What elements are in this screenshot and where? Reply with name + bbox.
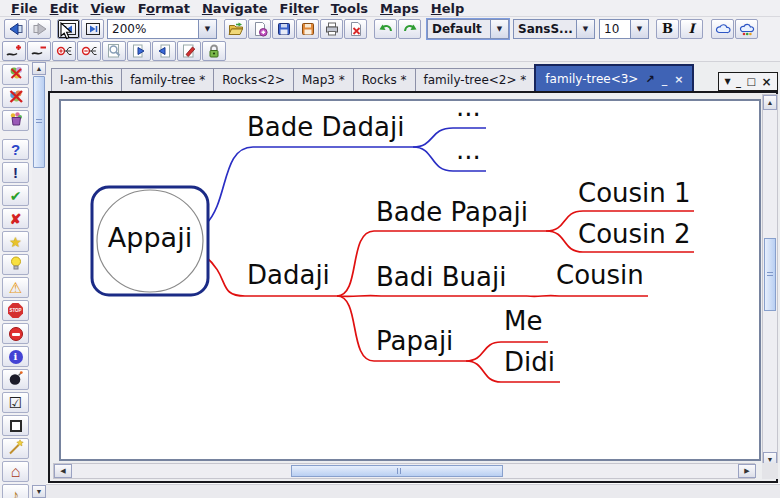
save-as-button[interactable] (296, 19, 319, 39)
sidebar-info-button[interactable]: i (2, 346, 29, 367)
font-family-value[interactable]: SansS... (514, 20, 576, 38)
scroll-right-arrow[interactable]: ▶ (738, 464, 756, 478)
sidebar-home-button[interactable]: ⌂ (2, 461, 29, 482)
zoom-value[interactable]: 200% (108, 20, 198, 38)
find-button[interactable] (102, 41, 126, 61)
new-map-button[interactable] (248, 19, 271, 39)
style-value[interactable]: Default (428, 20, 490, 38)
node-bade-papaji[interactable]: Bade Papaji (376, 199, 528, 226)
scroll-left-arrow[interactable]: ◀ (54, 464, 72, 478)
menu-filter[interactable]: Filter (274, 1, 325, 16)
fold-all-button[interactable] (77, 41, 101, 61)
vertical-scrollbar-thumb[interactable] (764, 238, 776, 311)
sidebar-remove-all-icons-button[interactable] (2, 87, 29, 108)
menu-maps[interactable]: Maps (374, 1, 425, 16)
new-child-node-button[interactable] (2, 41, 26, 61)
map-canvas[interactable]: Appaji Bade Dadaji ... ... Dadaji Bade P… (59, 99, 761, 461)
bold-button[interactable]: B (656, 19, 679, 39)
node-bade-dadaji[interactable]: Bade Dadaji (247, 114, 404, 141)
edit-long-node-button[interactable] (177, 41, 201, 61)
node-appaji[interactable]: Appaji (92, 224, 208, 252)
menu-format[interactable]: Format (132, 1, 196, 16)
menu-edit[interactable]: Edit (44, 1, 85, 16)
node-dadaji[interactable]: Dadaji (247, 262, 330, 289)
zoom-dropdown-arrow[interactable]: ▼ (198, 20, 216, 38)
cloud-button[interactable] (711, 19, 734, 39)
sidebar-exclamation-button[interactable]: ! (2, 162, 29, 183)
node-cousin-1[interactable]: Cousin 1 (578, 180, 691, 207)
font-family-combobox[interactable]: SansS... ▼ (513, 19, 595, 39)
node-cousin-2[interactable]: Cousin 2 (578, 221, 691, 248)
italic-button[interactable]: I (680, 19, 703, 39)
frame-maximize-icon[interactable]: □ (747, 77, 756, 87)
zoom-combobox[interactable]: 200% ▼ (107, 19, 217, 39)
redo-button[interactable] (398, 19, 421, 39)
tab-family-tree-2[interactable]: family-tree<2> * (415, 68, 536, 92)
save-map-button[interactable] (272, 19, 295, 39)
tab-float-icon[interactable]: ↗ (645, 74, 654, 85)
style-combobox[interactable]: Default ▼ (427, 19, 509, 39)
undo-button[interactable] (374, 19, 397, 39)
menu-help[interactable]: Help (425, 1, 470, 16)
previous-map-button[interactable] (57, 19, 80, 39)
frame-menu-icon[interactable]: ▼ (724, 78, 730, 86)
node-cousin[interactable]: Cousin (556, 262, 644, 289)
frame-minimize-icon[interactable]: _ (736, 77, 741, 87)
node-me[interactable]: Me (504, 308, 542, 335)
sidebar-stop-button[interactable]: STOP (2, 300, 29, 321)
size-dropdown-arrow[interactable]: ▼ (630, 20, 648, 38)
node-badi-buaji[interactable]: Badi Buaji (376, 264, 506, 291)
sidebar-checked-button[interactable]: ☑ (2, 392, 29, 413)
node-didi[interactable]: Didi (504, 349, 555, 376)
sidebar-cancel-button[interactable]: ✘ (2, 208, 29, 229)
sidebar-remove-last-icon-button[interactable] (2, 64, 29, 85)
font-size-value[interactable]: 10 (600, 20, 630, 38)
sidebar-warning-button[interactable]: ⚠ (2, 277, 29, 298)
sidebar-scrollbar[interactable]: ▲ ▼ (32, 62, 46, 498)
horizontal-scrollbar-thumb[interactable] (291, 465, 503, 477)
sidebar-ok-button[interactable]: ✔ (2, 185, 29, 206)
sidebar-bomb-button[interactable] (2, 369, 29, 390)
sidebar-unchecked-button[interactable] (2, 415, 29, 436)
tab-minimize-icon[interactable]: _ (662, 74, 668, 85)
tab-family-tree-3-active[interactable]: family-tree<3> ↗ _ × (534, 64, 694, 92)
horizontal-scrollbar[interactable]: ◀ ▶ (53, 463, 755, 479)
vertical-scrollbar[interactable]: ▲ ▼ (762, 94, 778, 468)
sidebar-scroll-down-arrow[interactable]: ▼ (32, 485, 46, 498)
close-map-button[interactable] (344, 19, 367, 39)
font-size-combobox[interactable]: 10 ▼ (599, 19, 649, 39)
sidebar-idea-button[interactable] (2, 254, 29, 275)
tab-rocks[interactable]: Rocks * (353, 68, 416, 92)
sidebar-forbidden-button[interactable] (2, 323, 29, 344)
next-map-button[interactable] (81, 19, 104, 39)
open-map-button[interactable] (224, 19, 247, 39)
menu-navigate[interactable]: Navigate (196, 1, 274, 16)
tab-close-icon[interactable]: × (674, 74, 683, 85)
menu-view[interactable]: View (85, 1, 132, 16)
backward-node-button[interactable] (152, 41, 176, 61)
node-papaji[interactable]: Papaji (376, 328, 453, 355)
frame-close-icon[interactable]: × (761, 76, 771, 88)
tab-family-tree[interactable]: family-tree * (121, 68, 214, 92)
print-button[interactable] (320, 19, 343, 39)
style-dropdown-arrow[interactable]: ▼ (490, 20, 508, 38)
delete-node-button[interactable] (27, 41, 51, 61)
cloud-color-button[interactable] (735, 19, 758, 39)
sidebar-scroll-up-arrow[interactable]: ▲ (32, 62, 46, 75)
menu-file[interactable]: File (5, 1, 44, 16)
font-dropdown-arrow[interactable]: ▼ (576, 20, 594, 38)
back-button[interactable] (4, 19, 27, 39)
node-dots-2[interactable]: ... (456, 137, 481, 164)
tab-rocks-2[interactable]: Rocks<2> (213, 68, 294, 92)
scroll-up-arrow[interactable]: ▲ (763, 95, 777, 110)
sidebar-music-button[interactable]: ♪ (2, 484, 29, 498)
forward-node-button[interactable] (127, 41, 151, 61)
sidebar-scrollbar-thumb[interactable] (33, 76, 45, 168)
tab-i-am-this[interactable]: I-am-this (51, 68, 122, 92)
tab-map3[interactable]: Map3 * (293, 68, 354, 92)
menu-tools[interactable]: Tools (325, 1, 374, 16)
sidebar-help-button[interactable]: ? (2, 139, 29, 160)
lock-button[interactable] (202, 41, 226, 61)
unfold-all-button[interactable] (52, 41, 76, 61)
forward-button[interactable] (28, 19, 51, 39)
